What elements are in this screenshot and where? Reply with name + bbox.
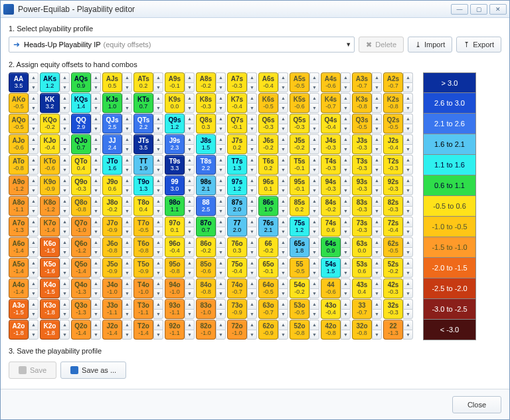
- spinner-down-icon[interactable]: ▼: [309, 330, 319, 340]
- spinner-down-icon[interactable]: ▼: [29, 268, 39, 278]
- spinner-up-icon[interactable]: ▲: [309, 217, 319, 227]
- spinner-up-icon[interactable]: ▲: [122, 320, 132, 330]
- spinner-up-icon[interactable]: ▲: [185, 155, 195, 165]
- hand-cell-value[interactable]: 54o-0.2: [290, 278, 309, 298]
- hand-cell-value[interactable]: K3o-1.8: [40, 299, 60, 319]
- spinner-up-icon[interactable]: ▲: [247, 93, 257, 103]
- spinner-up-icon[interactable]: ▲: [309, 258, 319, 268]
- spinner-down-icon[interactable]: ▼: [403, 124, 413, 134]
- hand-cell-value[interactable]: J3o-1.1: [102, 299, 122, 319]
- spinner-down-icon[interactable]: ▼: [341, 227, 351, 237]
- spinner-up-icon[interactable]: ▲: [60, 72, 70, 82]
- spinner-up-icon[interactable]: ▲: [278, 155, 288, 165]
- spinner-up-icon[interactable]: ▲: [247, 217, 257, 227]
- hand-cell-value[interactable]: A4o-1.4: [9, 278, 29, 298]
- spinner-up-icon[interactable]: ▲: [372, 155, 382, 165]
- spinner-down-icon[interactable]: ▼: [216, 124, 226, 134]
- spinner-up-icon[interactable]: ▲: [91, 134, 101, 144]
- spinner-up-icon[interactable]: ▲: [309, 155, 319, 165]
- spinner-up-icon[interactable]: ▲: [122, 196, 132, 206]
- spinner-up-icon[interactable]: ▲: [91, 155, 101, 165]
- hand-cell-value[interactable]: J5s-0.2: [290, 134, 309, 154]
- spinner-down-icon[interactable]: ▼: [278, 124, 288, 134]
- spinner-up-icon[interactable]: ▲: [341, 93, 351, 103]
- hand-cell-value[interactable]: A2o-1.8: [9, 320, 29, 340]
- spinner-up-icon[interactable]: ▲: [372, 299, 382, 309]
- spinner-up-icon[interactable]: ▲: [29, 175, 39, 185]
- spinner-up-icon[interactable]: ▲: [278, 237, 288, 247]
- spinner-down-icon[interactable]: ▼: [153, 288, 163, 299]
- spinner-up-icon[interactable]: ▲: [278, 114, 288, 124]
- hand-cell-value[interactable]: 92o-1.1: [165, 320, 185, 340]
- spinner-down-icon[interactable]: ▼: [247, 288, 257, 299]
- spinner-up-icon[interactable]: ▲: [185, 258, 195, 268]
- spinner-up-icon[interactable]: ▲: [216, 196, 226, 206]
- spinner-down-icon[interactable]: ▼: [341, 82, 351, 93]
- hand-cell-value[interactable]: A8o-1.1: [9, 196, 29, 216]
- hand-cell-value[interactable]: T3s-0.3: [352, 155, 372, 175]
- spinner-down-icon[interactable]: ▼: [185, 309, 195, 320]
- spinner-down-icon[interactable]: ▼: [341, 268, 351, 278]
- spinner-down-icon[interactable]: ▼: [341, 288, 351, 299]
- hand-cell-value[interactable]: T5s-0.1: [290, 155, 309, 175]
- spinner-down-icon[interactable]: ▼: [91, 288, 101, 299]
- spinner-down-icon[interactable]: ▼: [341, 309, 351, 320]
- hand-cell-value[interactable]: Q8o-0.8: [71, 196, 91, 216]
- hand-cell-value[interactable]: QJs2.5: [102, 114, 122, 134]
- spinner-down-icon[interactable]: ▼: [60, 144, 70, 155]
- spinner-up-icon[interactable]: ▲: [341, 278, 351, 288]
- hand-cell-value[interactable]: KQs1.4: [71, 93, 91, 113]
- hand-cell-value[interactable]: 22-1.3: [383, 320, 403, 340]
- spinner-up-icon[interactable]: ▲: [216, 175, 226, 185]
- hand-cell-value[interactable]: T2s-0.3: [383, 155, 403, 175]
- hand-cell-value[interactable]: K9o-0.9: [40, 175, 60, 195]
- spinner-up-icon[interactable]: ▲: [216, 155, 226, 165]
- import-button[interactable]: ⤓ Import: [408, 37, 452, 52]
- hand-cell-value[interactable]: A4s-0.6: [321, 72, 341, 92]
- hand-cell-value[interactable]: Q7s-0.1: [227, 114, 247, 134]
- spinner-up-icon[interactable]: ▲: [122, 258, 132, 268]
- spinner-up-icon[interactable]: ▲: [122, 299, 132, 309]
- hand-cell-value[interactable]: J3s-0.3: [352, 134, 372, 154]
- hand-cell-value[interactable]: K7o-1.4: [40, 217, 60, 237]
- hand-cell-value[interactable]: 62o-0.9: [258, 320, 278, 340]
- hand-cell-value[interactable]: 83s-0.3: [352, 196, 372, 216]
- spinner-up-icon[interactable]: ▲: [403, 196, 413, 206]
- spinner-down-icon[interactable]: ▼: [153, 227, 163, 237]
- spinner-up-icon[interactable]: ▲: [153, 320, 163, 330]
- hand-cell-value[interactable]: T3o-1.1: [133, 299, 153, 319]
- spinner-up-icon[interactable]: ▲: [122, 114, 132, 124]
- spinner-up-icon[interactable]: ▲: [153, 175, 163, 185]
- spinner-down-icon[interactable]: ▼: [278, 288, 288, 299]
- spinner-down-icon[interactable]: ▼: [153, 330, 163, 340]
- hand-cell-value[interactable]: 772.0: [227, 217, 247, 237]
- hand-cell-value[interactable]: 83o-1.0: [196, 299, 216, 319]
- spinner-up-icon[interactable]: ▲: [309, 175, 319, 185]
- hand-cell-value[interactable]: 32s-0.3: [383, 299, 403, 319]
- hand-cell-value[interactable]: AKo-0.5: [9, 93, 29, 113]
- spinner-up-icon[interactable]: ▲: [341, 155, 351, 165]
- close-button[interactable]: Close: [452, 396, 501, 413]
- spinner-down-icon[interactable]: ▼: [403, 227, 413, 237]
- spinner-down-icon[interactable]: ▼: [278, 144, 288, 155]
- spinner-down-icon[interactable]: ▼: [309, 124, 319, 134]
- hand-cell-value[interactable]: 95s-0.1: [290, 175, 309, 195]
- hand-cell-value[interactable]: QQ2.9: [71, 114, 91, 134]
- spinner-up-icon[interactable]: ▲: [403, 114, 413, 124]
- hand-cell-value[interactable]: J2o-1.4: [102, 320, 122, 340]
- spinner-down-icon[interactable]: ▼: [60, 165, 70, 175]
- spinner-down-icon[interactable]: ▼: [60, 288, 70, 299]
- hand-cell-value[interactable]: 94s-0.3: [321, 175, 341, 195]
- spinner-up-icon[interactable]: ▲: [91, 196, 101, 206]
- hand-cell-value[interactable]: 74s0.6: [321, 217, 341, 237]
- spinner-down-icon[interactable]: ▼: [341, 330, 351, 340]
- spinner-down-icon[interactable]: ▼: [91, 144, 101, 155]
- spinner-down-icon[interactable]: ▼: [247, 330, 257, 340]
- save-as-button[interactable]: Save as ...: [60, 362, 126, 379]
- spinner-down-icon[interactable]: ▼: [278, 206, 288, 217]
- hand-cell-value[interactable]: T6s0.2: [258, 155, 278, 175]
- hand-cell-value[interactable]: A5s-0.5: [290, 72, 309, 92]
- hand-cell-value[interactable]: ATo-0.8: [9, 155, 29, 175]
- spinner-up-icon[interactable]: ▲: [91, 72, 101, 82]
- spinner-up-icon[interactable]: ▲: [278, 217, 288, 227]
